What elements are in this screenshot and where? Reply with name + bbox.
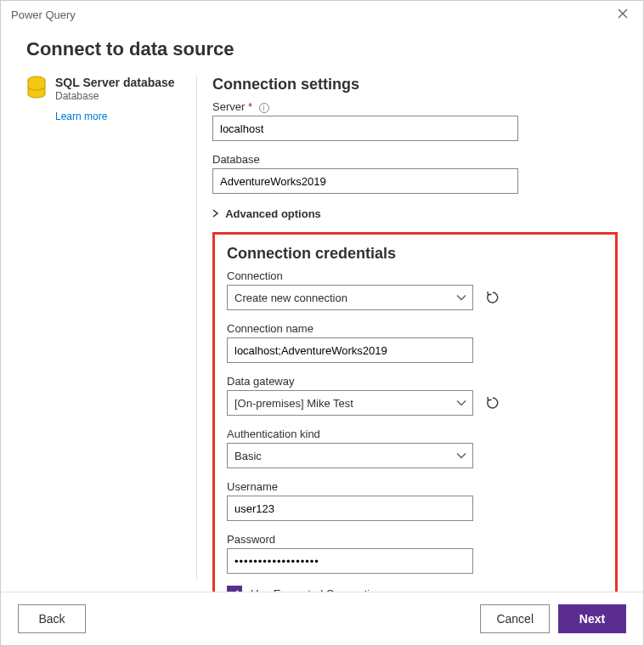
vertical-divider [196, 76, 197, 580]
database-label: Database [212, 153, 618, 166]
source-name: SQL Server database [55, 76, 175, 89]
chevron-down-icon [456, 450, 466, 462]
encrypted-checkbox[interactable] [227, 586, 242, 592]
dialog-window: Power Query Connect to data source SQL S… [0, 0, 644, 646]
dialog-footer: Back Cancel Next [1, 592, 643, 645]
titlebar: Power Query [1, 1, 643, 26]
learn-more-link[interactable]: Learn more [55, 110, 175, 122]
source-category: Database [55, 90, 175, 102]
password-label: Password [227, 533, 600, 546]
username-input[interactable] [227, 496, 473, 521]
server-label: Server i [212, 100, 618, 113]
chevron-right-icon [212, 208, 219, 220]
connection-name-label: Connection name [227, 322, 600, 335]
password-input[interactable] [227, 548, 473, 574]
chevron-down-icon [456, 292, 466, 304]
advanced-options-toggle[interactable]: Advanced options [212, 207, 618, 220]
credentials-heading: Connection credentials [227, 245, 600, 263]
gateway-select[interactable]: [On-premises] Mike Test [227, 390, 473, 416]
refresh-connection-button[interactable] [482, 286, 504, 309]
username-label: Username [227, 480, 600, 493]
cancel-button[interactable]: Cancel [480, 604, 550, 633]
chevron-down-icon [456, 397, 466, 410]
form-panel: Connection settings Server i Database Ad… [212, 76, 618, 592]
auth-kind-label: Authentication kind [227, 428, 600, 440]
refresh-gateway-button[interactable] [482, 392, 504, 414]
content-area: SQL Server database Database Learn more … [1, 76, 643, 592]
back-button[interactable]: Back [18, 604, 86, 633]
info-icon[interactable]: i [259, 103, 269, 113]
source-panel: SQL Server database Database Learn more [26, 76, 196, 592]
database-icon [26, 76, 47, 99]
connection-label: Connection [227, 269, 600, 282]
credentials-section: Connection credentials Connection Create… [212, 232, 618, 592]
database-input[interactable] [212, 168, 518, 194]
page-title: Connect to data source [1, 26, 643, 76]
connection-name-input[interactable] [227, 337, 473, 363]
settings-heading: Connection settings [212, 76, 618, 94]
next-button[interactable]: Next [558, 604, 626, 633]
server-input[interactable] [212, 116, 518, 141]
gateway-label: Data gateway [227, 375, 600, 388]
close-icon[interactable] [613, 6, 633, 23]
connection-select[interactable]: Create new connection [227, 285, 473, 310]
window-title: Power Query [11, 8, 76, 21]
auth-kind-select[interactable]: Basic [227, 443, 473, 468]
